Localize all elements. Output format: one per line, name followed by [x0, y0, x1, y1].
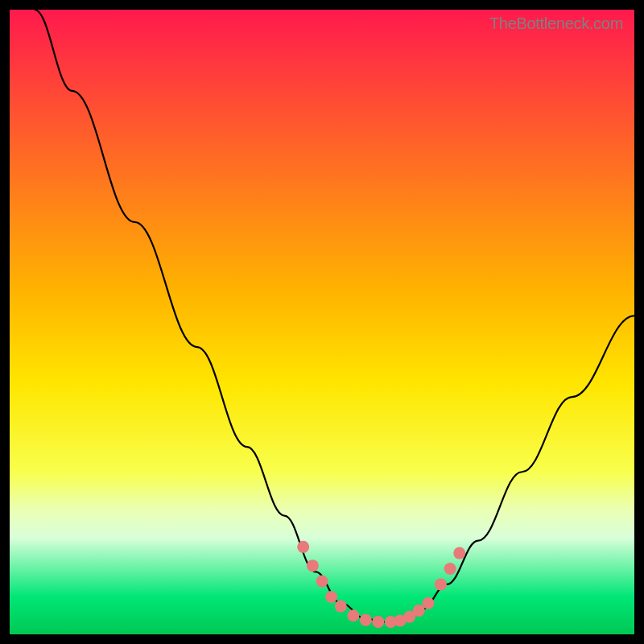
datapoint: [372, 616, 384, 628]
datapoint: [335, 601, 347, 613]
chart-frame: TheBottleneck.com: [10, 10, 634, 634]
datapoint: [325, 591, 337, 603]
gradient-bg: [10, 10, 634, 634]
datapoint: [413, 605, 425, 617]
chart-svg: [10, 10, 634, 634]
datapoint: [422, 597, 434, 609]
watermark-text: TheBottleneck.com: [489, 14, 623, 33]
datapoint: [347, 609, 359, 621]
datapoint: [453, 547, 465, 559]
datapoint: [307, 559, 319, 572]
datapoint: [435, 578, 447, 590]
datapoint: [444, 563, 456, 575]
datapoint: [316, 576, 328, 588]
datapoint: [360, 614, 372, 626]
datapoint: [297, 541, 309, 553]
